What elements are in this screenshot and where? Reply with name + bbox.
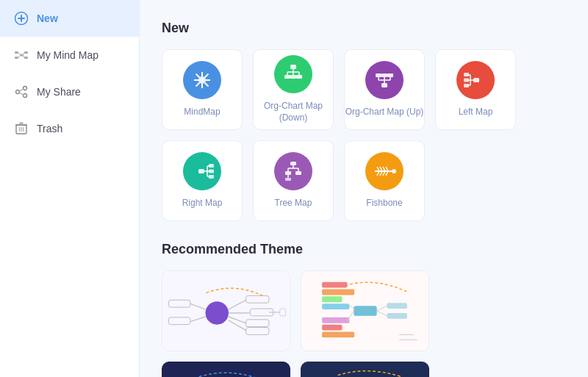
svg-point-79 — [392, 169, 396, 173]
svg-point-13 — [16, 90, 20, 94]
map-card-leftmap[interactable]: Left Map — [435, 49, 516, 130]
svg-rect-67 — [209, 175, 214, 179]
leftmap-label: Left Map — [459, 107, 493, 118]
svg-point-89 — [206, 301, 229, 324]
svg-rect-4 — [15, 57, 18, 59]
svg-rect-43 — [387, 73, 393, 77]
sidebar-item-new[interactable]: New — [0, 0, 139, 37]
svg-rect-38 — [284, 75, 290, 79]
map-card-fishbone[interactable]: Fishbone — [344, 140, 425, 221]
sidebar-item-mymindmap[interactable]: My Mind Map — [0, 37, 139, 73]
svg-rect-39 — [290, 75, 296, 79]
sidebar-item-myshare-label: My Share — [37, 86, 81, 98]
map-type-grid: MindMap Org-Chart Map (Down) — [162, 49, 566, 221]
svg-line-11 — [24, 56, 24, 58]
svg-line-9 — [18, 56, 20, 58]
svg-rect-49 — [381, 83, 387, 87]
orgchart-down-label: Org-Chart Map (Down) — [254, 101, 333, 123]
svg-rect-105 — [354, 306, 376, 316]
svg-rect-58 — [464, 84, 469, 87]
share-icon — [13, 84, 29, 100]
svg-line-31 — [205, 83, 209, 87]
treemap-icon — [274, 152, 312, 190]
fishbone-icon — [365, 152, 404, 190]
new-section-title: New — [162, 21, 566, 36]
svg-rect-111 — [322, 325, 342, 331]
rightmap-label: Right Map — [182, 198, 223, 209]
svg-rect-109 — [322, 304, 349, 309]
svg-rect-5 — [20, 54, 24, 57]
svg-rect-74 — [285, 171, 291, 175]
svg-line-29 — [205, 74, 209, 78]
sidebar-item-new-label: New — [37, 12, 58, 24]
svg-rect-41 — [376, 73, 381, 77]
sidebar: New My Mind Map — [0, 0, 140, 377]
svg-rect-112 — [322, 331, 354, 337]
plus-icon — [13, 10, 29, 26]
svg-rect-42 — [381, 73, 387, 77]
map-card-orgchart-up[interactable]: Org-Chart Map (Up) — [344, 49, 425, 130]
svg-rect-66 — [209, 170, 214, 173]
map-card-rightmap[interactable]: Right Map — [162, 140, 243, 221]
trash-icon — [13, 121, 29, 137]
svg-rect-6 — [24, 51, 28, 54]
svg-line-15 — [19, 89, 23, 91]
svg-point-12 — [24, 87, 27, 90]
treemap-label: Tree Map — [275, 198, 312, 209]
svg-rect-106 — [322, 282, 347, 288]
theme-grid — [162, 270, 566, 377]
theme-card-1[interactable] — [162, 270, 290, 351]
rightmap-icon — [183, 152, 221, 190]
svg-line-8 — [18, 53, 20, 55]
map-card-mindmap[interactable]: MindMap — [162, 49, 243, 130]
leftmap-icon — [456, 61, 495, 99]
recommended-section-title: Recommended Theme — [162, 242, 566, 257]
svg-rect-59 — [198, 169, 204, 173]
orgchart-down-icon — [274, 55, 312, 93]
map-card-treemap[interactable]: Tree Map — [253, 140, 334, 221]
svg-rect-3 — [15, 51, 18, 54]
svg-rect-56 — [464, 73, 469, 76]
svg-rect-117 — [387, 303, 406, 309]
svg-rect-75 — [295, 171, 301, 175]
svg-line-10 — [24, 53, 24, 55]
svg-rect-77 — [285, 178, 291, 181]
svg-rect-141 — [302, 362, 429, 377]
theme-card-2[interactable] — [301, 270, 429, 351]
svg-rect-57 — [464, 79, 469, 82]
svg-rect-32 — [290, 65, 296, 69]
mymindmap-icon — [13, 47, 29, 63]
svg-rect-40 — [296, 75, 302, 79]
svg-rect-50 — [473, 78, 479, 82]
svg-line-28 — [196, 74, 200, 78]
svg-rect-121 — [163, 362, 290, 377]
svg-rect-110 — [322, 317, 349, 323]
mindmap-icon — [183, 61, 221, 99]
theme-card-3[interactable] — [162, 362, 290, 377]
sidebar-item-trash-label: Trash — [37, 123, 62, 134]
svg-rect-68 — [290, 162, 296, 165]
svg-line-16 — [19, 93, 23, 95]
svg-rect-108 — [322, 296, 342, 302]
svg-rect-107 — [322, 290, 354, 295]
theme-card-4[interactable] — [301, 362, 429, 377]
orgchart-up-label: Org-Chart Map (Up) — [345, 107, 424, 118]
sidebar-item-trash[interactable]: Trash — [0, 110, 139, 147]
svg-rect-7 — [24, 57, 28, 59]
mindmap-label: MindMap — [184, 107, 220, 118]
svg-point-14 — [24, 94, 27, 98]
sidebar-item-myshare[interactable]: My Share — [0, 73, 139, 110]
svg-line-30 — [196, 83, 200, 87]
svg-rect-65 — [209, 164, 214, 168]
fishbone-label: Fishbone — [366, 198, 402, 209]
main-content: New MindMap — [140, 0, 588, 377]
svg-rect-118 — [387, 313, 406, 319]
orgchart-up-icon — [365, 61, 404, 99]
map-card-orgchart-down[interactable]: Org-Chart Map (Down) — [253, 49, 334, 130]
sidebar-item-mymindmap-label: My Mind Map — [37, 49, 98, 61]
